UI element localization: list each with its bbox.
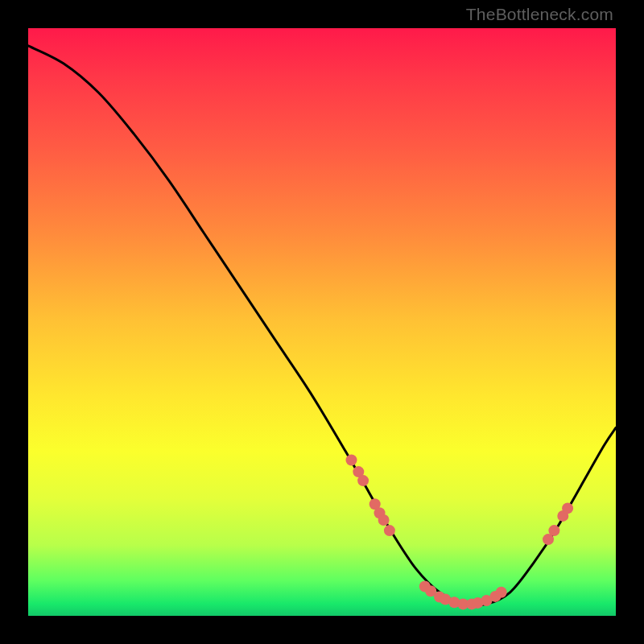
curve-marker (562, 502, 573, 514)
curve-marker (357, 475, 369, 486)
curve-marker (548, 525, 559, 536)
curve-marker (346, 455, 357, 466)
curve-marker (384, 525, 395, 536)
bottleneck-curve (28, 46, 616, 605)
chart-svg (28, 28, 616, 616)
curve-markers (346, 455, 574, 610)
curve-marker (378, 514, 390, 526)
curve-marker (496, 587, 507, 598)
watermark-text: TheBottleneck.com (466, 5, 613, 24)
chart-plot-area (28, 28, 616, 616)
